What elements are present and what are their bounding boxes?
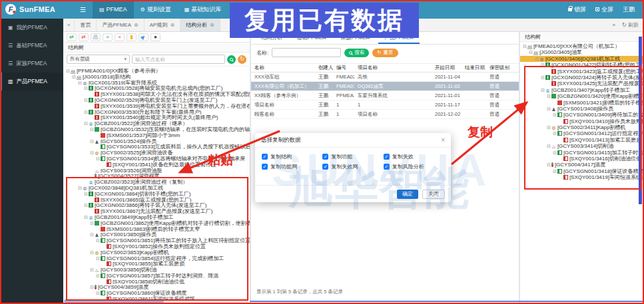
expander-icon[interactable]: ⊟ xyxy=(553,112,557,117)
user-menu[interactable]: 王鹏 xyxy=(623,5,635,14)
expander-icon[interactable]: ⊟ xyxy=(84,98,88,102)
tree-reset-button[interactable]: ↻ xyxy=(238,55,246,64)
table-row[interactable]: XXX动车组王鹏FMEA02高铁2021-11-04普通 xyxy=(251,73,519,82)
expander-icon[interactable]: ⊟ xyxy=(553,169,557,174)
tool-helmet-icon[interactable]: ● xyxy=(151,33,161,41)
table-row[interactable]: XX顾客（参考示例）王鹏PFMEA...车窗升降系统2021-11-01普通 xyxy=(251,91,519,100)
expander-icon[interactable]: ⊟ xyxy=(84,203,88,208)
tree-node[interactable]: ⊟[GCYSGN001/3412]运行指定程序，完成 xyxy=(520,130,644,136)
copy-option-checkbox[interactable]: ✓复制失效网 xyxy=(322,163,383,170)
expander-icon[interactable]: ⊟ xyxy=(84,192,88,196)
menu-toggle-icon[interactable]: ☰ xyxy=(80,6,86,13)
close-button[interactable]: 关闭 xyxy=(422,190,445,199)
expander-icon[interactable]: ⊟ xyxy=(66,69,70,73)
tree-node[interactable]: ⊟[GCXGN002/3529]将电机安装至车门上(发送至工厂) xyxy=(63,97,250,103)
expander-icon[interactable]: ⊟ xyxy=(547,162,551,167)
expander-icon[interactable]: ⊟ xyxy=(547,106,551,111)
expander-icon[interactable]: ⊟ xyxy=(96,256,100,261)
search-button[interactable]: 搜索 xyxy=(344,49,369,57)
close-tab-icon[interactable]: ⊗ xyxy=(210,22,214,28)
close-tab-icon[interactable]: ⊗ xyxy=(134,22,139,28)
close-tab-icon[interactable]: ⊗ xyxy=(170,22,174,28)
tree-node[interactable]: ⊟≣[GCBZ001/3522]涂润滑油过程（继承） xyxy=(63,120,250,126)
tree-node[interactable]: ⊟[GCYS004/3527]润滑程度 xyxy=(63,173,250,179)
tree-node[interactable]: ⊟品[PFMEA001/0]XX顾客（参考示例） xyxy=(63,68,250,74)
tool-delete-red-icon[interactable]: × xyxy=(115,33,125,41)
tree-node[interactable]: ⊟[SXMS001/3863]割槽后的转子槽宽太窄 xyxy=(63,226,250,232)
tree-node[interactable]: ⊟[SXYX001/3540]超出规定关闭时间太久(最终用户) xyxy=(63,114,250,120)
tree-node[interactable]: ⊟[GCYSGN001/3533]完成装料后，操作人员按下机器按钮以启动压装过程 xyxy=(63,144,250,150)
tree-node[interactable]: ⊟≣[GCBZ001/3407]Kapp转子槽加工 xyxy=(520,87,644,93)
tree-node[interactable]: ⊟⚙[GCYS002/3411]Kapp割槽机 xyxy=(520,124,644,130)
table-row[interactable]: XXX有限公司（机加工）王鹏FMEA01DQ381油泵2021-11-02普通 xyxy=(251,82,519,91)
expander-icon[interactable]: ⊟ xyxy=(529,50,533,55)
expander-icon[interactable]: ⊟ xyxy=(90,232,94,237)
tree-node[interactable]: ⊟[SXYX001/3425]无法装配产品报废(发送至 xyxy=(520,80,644,86)
tree-node[interactable]: ⊟[GCYSGN001/3415]加工转子时达到润滑 xyxy=(520,150,644,156)
tree-node[interactable]: ⊟[SXQY001/3413]加紧工装磨损 xyxy=(520,137,644,143)
tree-node[interactable]: ⊟[GCXGN003/3530]升起和降下车窗(最终用户) xyxy=(63,109,250,115)
name-search-input[interactable] xyxy=(272,48,341,57)
expander-icon[interactable]: ⊟ xyxy=(553,150,557,155)
tree-node[interactable]: ⊟品[JG002/3405]油泵 xyxy=(520,49,644,55)
right-scrollbar[interactable] xyxy=(639,37,642,204)
fullscreen-button[interactable]: 全屏 xyxy=(595,5,613,14)
tree-node[interactable]: ⊟[SXQY001/3541]设备在到达最终位置前停止 xyxy=(63,162,250,168)
checkbox-checked-icon[interactable]: ✓ xyxy=(322,154,328,160)
tool-sitemap-icon[interactable]: 品 xyxy=(91,33,101,41)
collapse-tabs-icon[interactable]: « xyxy=(63,19,75,31)
expander-icon[interactable]: ⊟ xyxy=(90,285,94,289)
sidebar-item-active[interactable]: ▥产品PFMEA xyxy=(0,73,63,90)
checkbox-checked-icon[interactable]: ✓ xyxy=(322,164,328,170)
expander-icon[interactable]: ⊟ xyxy=(96,273,100,278)
expander-icon[interactable]: ⊟ xyxy=(547,125,551,130)
expander-icon[interactable]: ⊟ xyxy=(84,110,88,114)
tree-node[interactable]: ⊟[SXQY001/3858]切削油油位低 xyxy=(63,279,250,285)
expander-icon[interactable]: ⊟ xyxy=(541,63,545,67)
tree-node[interactable]: ⊟[GCYSGN001/3534]机器将螺结轴承对齐电机壳内的轴承座 xyxy=(63,156,250,162)
sidebar-item-link[interactable]: ▣我的PFMEA xyxy=(0,19,63,37)
tree-node[interactable]: ⊟[GCYSGN001/3409]将待加工的转子放入 xyxy=(520,112,644,118)
copy-option-checkbox[interactable]: ✓复制功能 xyxy=(322,153,383,160)
expander-icon[interactable]: ⊟ xyxy=(84,215,88,220)
checkbox-checked-icon[interactable]: ✓ xyxy=(384,154,390,160)
expander-icon[interactable]: ⊟ xyxy=(72,75,76,79)
tree-node[interactable]: ⊟[GCXGN002/3866]将转子装入壳体(发送至工厂) xyxy=(63,202,250,208)
tree-search-button[interactable] xyxy=(227,55,236,64)
expander-icon[interactable]: ⊟ xyxy=(90,250,94,255)
tree-node[interactable]: ⊟[SXQY001/3855]加紧工装磨损 xyxy=(63,261,250,267)
expander-icon[interactable]: ⊟ xyxy=(535,57,539,61)
forward-icon[interactable]: » xyxy=(613,22,615,28)
node-search-input[interactable] xyxy=(132,55,225,64)
tree-node[interactable]: ⊟≣[GCBZ001/3849]Kapp转子槽加工 xyxy=(63,214,250,220)
tree-node[interactable]: ⊟♨[GCYS003/3856]切削油 xyxy=(63,267,250,273)
copy-option-checkbox[interactable]: ✓复制失效 xyxy=(384,153,444,160)
level-filter-select[interactable]: 所有层级▾ xyxy=(67,55,130,64)
tree-node[interactable]: ⊟[SXYX001/3423]返工或报废(您的工厂) xyxy=(520,69,644,75)
brand[interactable]: F SunFMEA xyxy=(0,0,75,19)
expander-icon[interactable]: ⊟ xyxy=(553,131,557,136)
tree-node[interactable]: ⊟♟[GCYS001/3524]操作员 xyxy=(63,138,250,144)
tree-node[interactable]: ⊟[SXYX001/3538]间隙太小无法在没有潜在质损的情况下装配(您的工厂) xyxy=(63,91,250,97)
tree-node[interactable]: ⊟[GCYSGN001/3851]将待加工的转子放入上料区待割指定位置 xyxy=(63,237,250,243)
page-tab[interactable]: 首页 xyxy=(75,19,97,31)
tree-node[interactable]: ⊟♨[GCYS003/3526]润滑油脂 xyxy=(63,168,250,174)
expander-icon[interactable]: ⊟ xyxy=(84,121,88,126)
tool-send-icon[interactable]: ▶ xyxy=(139,33,149,41)
expander-icon[interactable]: ⊟ xyxy=(90,150,94,155)
confirm-button[interactable]: 确定 xyxy=(397,190,418,199)
tree-node[interactable]: ⊟[GCYS004/3859]温度 xyxy=(63,284,250,290)
tool-delete-green-icon[interactable]: × xyxy=(103,33,113,41)
expander-icon[interactable]: ⊟ xyxy=(84,86,88,90)
checkbox-checked-icon[interactable]: ✓ xyxy=(262,164,268,170)
top-menu-item[interactable]: ▤PFMEA xyxy=(93,0,134,19)
tree-node[interactable]: ⊟[SXYX001/3539]将电机安装至车门上需要额外的人力，存在潜在质损(发… xyxy=(63,103,250,109)
table-row[interactable]: 项目名称王鹏112021-11-17普通 xyxy=(251,100,519,110)
expander-icon[interactable]: ⊟ xyxy=(541,88,545,92)
expander-icon[interactable]: ⊟ xyxy=(90,267,94,272)
tree-node[interactable]: ⊟品[FMEA01/0]XXX有限公司（机加工） xyxy=(520,43,644,49)
sidebar-item-link[interactable]: ☰基础PFMEA xyxy=(0,37,63,55)
tree-node[interactable]: ⊟⚙[GCYS002/3525]涂润滑油设备 xyxy=(63,150,250,156)
tree-node[interactable]: ⊟[SXYX001/3865]返工或报废(您的工厂) xyxy=(63,197,250,203)
tree-node[interactable]: ⊟⚙[GCX002/3848]DQ381机加工线 xyxy=(63,185,250,191)
